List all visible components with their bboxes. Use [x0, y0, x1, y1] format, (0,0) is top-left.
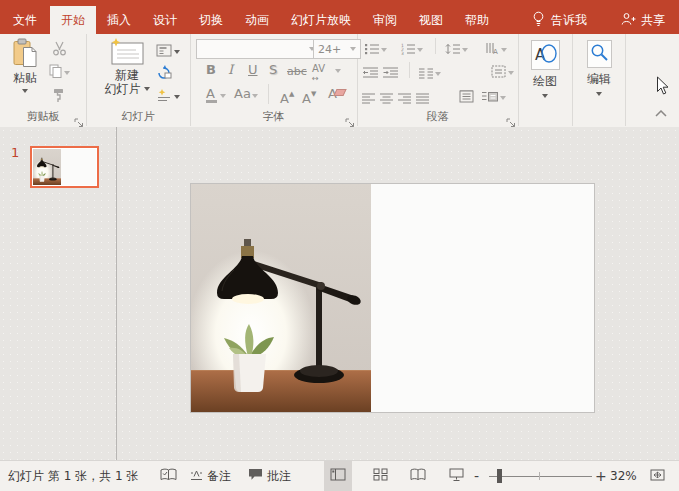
drawing-label: 绘图 [533, 74, 557, 88]
dropdown-arrow-icon [22, 89, 28, 93]
underline-button[interactable]: U [248, 62, 258, 78]
slide[interactable] [190, 183, 595, 413]
clipboard-dialog-launcher[interactable] [74, 113, 84, 123]
slide-layout-icon [156, 42, 172, 61]
increase-indent-icon [383, 64, 398, 83]
copy-button[interactable] [49, 63, 70, 82]
thumbnail-blank-half [61, 149, 96, 185]
drawing-button[interactable]: A 绘图 [527, 40, 563, 98]
slide-thumbnail-panel[interactable]: 1 [0, 127, 117, 461]
collapse-ribbon-button[interactable] [655, 102, 667, 121]
dropdown-arrow-icon [174, 50, 180, 54]
group-font: 24+ B I U S abc AV ↔ A Aa A▲ [190, 34, 358, 126]
paragraph-dialog-launcher[interactable] [506, 113, 516, 123]
zoom-level[interactable]: 32% [610, 461, 637, 491]
svg-text:A: A [535, 46, 546, 64]
slide-sorter-view-button[interactable] [366, 461, 394, 491]
notes-button[interactable]: 备注 [190, 461, 231, 491]
group-paragraph: 123 A 段落 [357, 34, 519, 126]
font-name-combo[interactable] [196, 39, 320, 59]
columns-button[interactable] [419, 64, 441, 83]
italic-button[interactable]: I [228, 62, 233, 78]
tab-review[interactable]: 审阅 [362, 6, 408, 34]
font-size-combo[interactable]: 24+ [313, 39, 361, 59]
zoom-in-button[interactable]: + [595, 461, 607, 491]
format-painter-button[interactable] [52, 87, 65, 106]
clear-formatting-button[interactable]: A [328, 86, 345, 102]
tab-help[interactable]: 帮助 [454, 6, 500, 34]
lamp-photo[interactable] [191, 184, 371, 412]
font-group-label: 字体 [190, 109, 357, 124]
tab-view[interactable]: 视图 [408, 6, 454, 34]
editing-button[interactable]: 编辑 [581, 40, 617, 96]
tell-me-button[interactable]: 告诉我 [532, 6, 587, 34]
fit-to-window-button[interactable] [650, 461, 665, 491]
normal-view-button[interactable] [324, 461, 352, 491]
reading-view-button[interactable] [404, 461, 432, 491]
font-color-button[interactable]: A [206, 86, 217, 103]
align-text-button[interactable] [491, 63, 514, 82]
align-text-icon [491, 63, 506, 82]
ribbon: 粘贴 剪贴板 新建 幻灯片 [0, 34, 679, 128]
columns-icon [419, 64, 433, 83]
tab-transitions[interactable]: 切换 [188, 6, 234, 34]
decrease-indent-button[interactable] [363, 64, 378, 83]
fit-to-window-icon [650, 468, 665, 485]
bold-button[interactable]: B [206, 62, 216, 78]
slide-thumbnail[interactable] [30, 146, 99, 188]
character-spacing-button[interactable]: AV ↔ [312, 61, 325, 81]
reading-view-icon [410, 468, 426, 484]
format-painter-icon [52, 87, 65, 106]
paste-button[interactable]: 粘贴 [6, 38, 44, 93]
spell-check-button[interactable] [160, 461, 177, 491]
eraser-icon [333, 89, 346, 96]
tab-slideshow[interactable]: 幻灯片放映 [280, 6, 362, 34]
share-button[interactable]: 共享 [621, 6, 665, 34]
tab-animations[interactable]: 动画 [234, 6, 280, 34]
bullets-button[interactable] [365, 40, 387, 59]
text-shadow-button[interactable]: S [269, 62, 277, 78]
zoom-slider-track[interactable] [489, 476, 592, 477]
convert-smartart-button[interactable] [481, 88, 506, 107]
group-slides: 新建 幻灯片 幻灯片 [86, 34, 191, 126]
increase-indent-button[interactable] [383, 64, 398, 83]
bullets-icon [365, 40, 379, 59]
tab-file[interactable]: 文件 [0, 6, 50, 34]
text-direction-button[interactable]: A [485, 40, 507, 59]
distribute-text-button[interactable] [459, 88, 474, 107]
reset-button[interactable] [156, 64, 172, 83]
new-slide-button[interactable]: 新建 幻灯片 [100, 38, 154, 96]
new-slide-label-2: 幻灯片 [105, 82, 141, 96]
distribute-text-icon [459, 88, 474, 107]
font-dialog-launcher[interactable] [345, 113, 355, 123]
align-right-button[interactable] [398, 89, 411, 108]
grow-font-button[interactable]: A▲ [280, 86, 294, 107]
zoom-out-button[interactable]: - [474, 461, 479, 491]
dropdown-arrow-icon [220, 94, 226, 98]
svg-text:A: A [493, 48, 498, 55]
comments-button[interactable]: 批注 [248, 461, 291, 491]
numbering-button[interactable]: 123 [401, 40, 423, 59]
divider [435, 38, 436, 54]
change-case-button[interactable]: Aa [234, 86, 251, 102]
line-spacing-button[interactable] [445, 40, 468, 59]
shrink-font-button[interactable]: A▼ [302, 86, 316, 107]
slideshow-icon [449, 468, 464, 485]
tab-home[interactable]: 开始 [50, 6, 96, 34]
align-right-icon [398, 89, 411, 108]
align-center-button[interactable] [380, 89, 393, 108]
slideshow-view-button[interactable] [442, 461, 470, 491]
dropdown-arrow-icon [335, 69, 341, 73]
section-button[interactable] [156, 87, 180, 106]
zoom-slider-thumb[interactable] [497, 469, 502, 483]
cut-button[interactable] [52, 41, 67, 60]
slide-editing-canvas[interactable] [116, 127, 679, 461]
reset-slide-icon [156, 64, 172, 83]
justify-button[interactable] [416, 89, 429, 108]
font-size-value: 24+ [318, 43, 341, 56]
tab-insert[interactable]: 插入 [96, 6, 142, 34]
align-left-button[interactable] [362, 89, 375, 108]
tab-design[interactable]: 设计 [142, 6, 188, 34]
layout-button[interactable] [156, 42, 180, 61]
strikethrough-button[interactable]: abc [287, 64, 307, 80]
